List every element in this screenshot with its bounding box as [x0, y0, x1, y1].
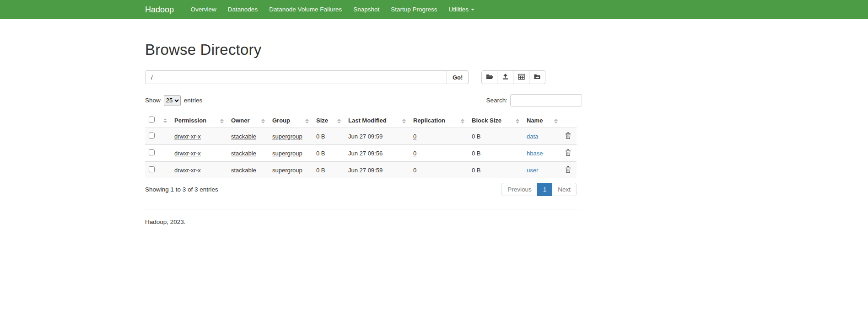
header-block-size[interactable]: Block Size: [468, 113, 523, 128]
entries-label: entries: [184, 97, 203, 104]
nav-item-datanodes[interactable]: Datanodes: [222, 0, 263, 19]
sort-icon: [305, 119, 309, 123]
nav-item-datanode-volume-failures[interactable]: Datanode Volume Failures: [264, 0, 348, 19]
header-name[interactable]: Name: [523, 113, 561, 128]
table-info: Showing 1 to 3 of 3 entries: [145, 186, 218, 193]
page-size-select[interactable]: 25: [164, 95, 181, 106]
header-permission[interactable]: Permission: [171, 113, 227, 128]
last-modified-value: Jun 27 09:56: [348, 150, 383, 157]
trash-icon: [565, 133, 571, 140]
delete-button[interactable]: [565, 132, 571, 139]
header-size[interactable]: Size: [313, 113, 345, 128]
group-value[interactable]: supergroup: [272, 150, 302, 157]
replication-value[interactable]: 0: [413, 167, 416, 174]
owner-value[interactable]: stackable: [231, 133, 256, 140]
nav-item-utilities-dropdown[interactable]: Utilities: [443, 0, 480, 19]
nav-item-snapshot[interactable]: Snapshot: [348, 0, 385, 19]
last-modified-value: Jun 27 09:59: [348, 167, 383, 174]
search-input[interactable]: [510, 94, 582, 106]
trash-icon: [565, 150, 571, 157]
replication-value[interactable]: 0: [413, 133, 416, 140]
group-value[interactable]: supergroup: [272, 167, 302, 174]
move-button[interactable]: [529, 70, 545, 84]
search-label: Search:: [486, 97, 507, 104]
permission-value[interactable]: drwxr-xr-x: [174, 167, 201, 174]
table-row: drwxr-xr-x stackable supergroup 0 B Jun …: [145, 162, 577, 179]
header-actions: [561, 113, 577, 128]
select-all-header[interactable]: [145, 113, 171, 128]
file-actions-group: [481, 70, 545, 84]
permission-value[interactable]: drwxr-xr-x: [174, 133, 201, 140]
directory-link[interactable]: user: [527, 167, 538, 174]
sort-icon: [261, 119, 265, 123]
table-footer: Showing 1 to 3 of 3 entries Previous 1 N…: [145, 183, 577, 196]
header-group[interactable]: Group: [269, 113, 313, 128]
row-checkbox[interactable]: [149, 133, 155, 138]
row-checkbox[interactable]: [149, 149, 155, 155]
sort-icon: [461, 119, 464, 123]
block-size-value: 0 B: [472, 133, 481, 140]
table-icon: [518, 74, 525, 81]
size-value: 0 B: [316, 150, 325, 157]
folder-move-icon: [534, 74, 541, 81]
pagination: Previous 1 Next: [501, 183, 577, 196]
last-modified-value: Jun 27 09:59: [348, 133, 383, 140]
trash-icon: [565, 167, 571, 174]
hadoop-browse-directory-page: Hadoop Overview Datanodes Datanode Volum…: [0, 0, 868, 330]
header-last-modified[interactable]: Last Modified: [345, 113, 410, 128]
group-value[interactable]: supergroup: [272, 133, 302, 140]
cut-paste-button[interactable]: [513, 70, 529, 84]
sort-icon: [516, 119, 519, 123]
block-size-value: 0 B: [472, 167, 481, 174]
folder-open-icon: [486, 74, 493, 81]
sort-icon: [554, 119, 558, 123]
show-label: Show: [145, 97, 161, 104]
table-row: drwxr-xr-x stackable supergroup 0 B Jun …: [145, 128, 577, 145]
size-value: 0 B: [316, 133, 325, 140]
nav-item-startup-progress[interactable]: Startup Progress: [385, 0, 443, 19]
table-row: drwxr-xr-x stackable supergroup 0 B Jun …: [145, 145, 577, 162]
chevron-down-icon: [471, 9, 474, 11]
select-all-checkbox[interactable]: [149, 117, 155, 122]
sort-icon: [402, 119, 406, 123]
go-button[interactable]: Go!: [447, 70, 469, 84]
create-directory-button[interactable]: [481, 70, 497, 84]
footer-text: Hadoop, 2023.: [145, 218, 582, 225]
page-title: Browse Directory: [145, 41, 582, 59]
permission-value[interactable]: drwxr-xr-x: [174, 150, 201, 157]
hadoop-brand[interactable]: Hadoop: [145, 0, 178, 19]
replication-value[interactable]: 0: [413, 150, 416, 157]
block-size-value: 0 B: [472, 150, 481, 157]
top-navbar: Hadoop Overview Datanodes Datanode Volum…: [0, 0, 868, 19]
pagination-page-1[interactable]: 1: [537, 183, 553, 196]
header-replication[interactable]: Replication: [410, 113, 468, 128]
sort-icon: [220, 119, 224, 123]
utilities-label: Utilities: [449, 6, 469, 13]
upload-file-button[interactable]: [497, 70, 513, 84]
directory-link[interactable]: data: [527, 133, 538, 140]
path-toolbar: Go!: [145, 70, 582, 84]
nav-item-overview[interactable]: Overview: [185, 0, 222, 19]
delete-button[interactable]: [565, 149, 571, 156]
directory-table: Permission Owner Group Size Last Modifie…: [145, 113, 577, 178]
sort-icon: [337, 119, 341, 123]
sort-icon: [163, 118, 167, 123]
table-header-row: Permission Owner Group Size Last Modifie…: [145, 113, 577, 128]
size-value: 0 B: [316, 167, 325, 174]
header-owner[interactable]: Owner: [227, 113, 269, 128]
owner-value[interactable]: stackable: [231, 150, 256, 157]
directory-path-input[interactable]: [145, 70, 447, 84]
row-checkbox[interactable]: [149, 166, 155, 172]
directory-link[interactable]: hbase: [527, 150, 543, 157]
pagination-previous[interactable]: Previous: [501, 183, 538, 196]
delete-button[interactable]: [565, 166, 571, 173]
upload-icon: [502, 73, 509, 81]
owner-value[interactable]: stackable: [231, 167, 256, 174]
footer-divider: [145, 209, 582, 209]
pagination-next[interactable]: Next: [552, 183, 577, 196]
table-controls: Show 25 entries Search:: [145, 94, 582, 106]
